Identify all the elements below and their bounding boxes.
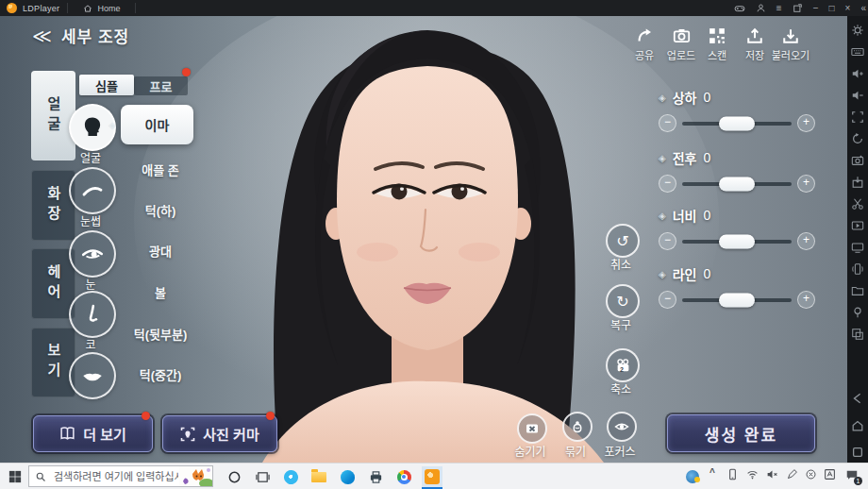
slider-thumb[interactable]	[719, 234, 755, 248]
plus-button[interactable]: +	[797, 114, 815, 132]
photo-custom-button[interactable]: 사진 커마	[162, 415, 277, 452]
focus-button[interactable]	[607, 412, 637, 442]
file-explorer-icon[interactable]	[309, 466, 329, 487]
minus-button[interactable]: −	[659, 232, 676, 250]
slider-track[interactable]	[682, 240, 792, 244]
keyboard-mapping-icon[interactable]	[851, 45, 864, 59]
tab-home-label: Home	[97, 4, 120, 13]
minimize-button[interactable]: −	[813, 0, 819, 16]
rotate-screen-icon[interactable]	[851, 132, 864, 145]
part-cheek[interactable]: 볼	[111, 283, 209, 301]
tab-simple[interactable]: 심플	[79, 75, 134, 95]
screenshot-icon[interactable]	[851, 154, 864, 167]
tray-volume-muted-icon[interactable]	[766, 468, 778, 481]
photo-custom-label: 사진 커마	[203, 424, 259, 444]
slider-track[interactable]	[682, 182, 792, 186]
gamepad-icon[interactable]	[734, 3, 745, 14]
game-viewport: ≪ 세부 조정 공유 업로드 스캔 저장 불러오기 얼굴 화장 헤어 보기	[0, 16, 847, 463]
tab-simple-label: 심플	[95, 76, 118, 94]
fullscreen-icon[interactable]	[851, 110, 864, 124]
tab-home[interactable]: Home	[75, 0, 127, 16]
tie-hair-button[interactable]	[562, 412, 593, 442]
menu-icon[interactable]: ≡	[776, 0, 782, 16]
volume-down-icon[interactable]	[851, 89, 864, 102]
undo-button[interactable]: ↺	[606, 224, 640, 258]
divider	[135, 3, 136, 13]
lips-icon	[80, 363, 105, 388]
plus-button[interactable]: +	[797, 232, 815, 250]
printer-icon[interactable]	[365, 466, 386, 487]
task-view-icon[interactable]	[252, 466, 273, 487]
slider-thumb[interactable]	[719, 177, 755, 191]
slider-track[interactable]	[682, 298, 792, 302]
part-cheekbone[interactable]: 광대	[111, 242, 209, 260]
part-forehead-button[interactable]: 이마	[121, 105, 193, 144]
redo-icon: ↻	[616, 293, 628, 311]
feature-eyebrow-button[interactable]	[69, 167, 116, 214]
tab-pro[interactable]: 프로	[134, 76, 188, 95]
shared-folder-icon[interactable]	[851, 284, 864, 297]
maximize-button[interactable]: □	[829, 0, 835, 16]
start-button[interactable]	[8, 470, 22, 483]
part-jaw-back[interactable]: 턱(뒷부분)	[111, 325, 209, 343]
part-applezone[interactable]: 애플 존	[111, 160, 209, 178]
diamond-icon: ◈	[659, 211, 666, 221]
minus-button[interactable]: −	[659, 291, 676, 309]
plus-button[interactable]: +	[797, 175, 815, 193]
video-icon[interactable]	[851, 241, 864, 254]
part-chin-lower[interactable]: 턱(하)	[111, 201, 209, 219]
slider-frontback-label: 전후	[673, 148, 697, 167]
complete-button[interactable]: 생성 완료	[667, 414, 815, 452]
close-button[interactable]: ×	[845, 0, 851, 16]
diamond-icon: ◈	[659, 269, 666, 279]
part-jaw-middle[interactable]: 턱(중간)	[111, 365, 209, 383]
screen-record-icon[interactable]	[851, 219, 864, 232]
install-apk-icon[interactable]	[851, 176, 864, 189]
android-home-icon[interactable]	[851, 419, 864, 432]
load-label: 불러오기	[760, 47, 821, 62]
tray-chevron-icon[interactable]: ^	[709, 467, 715, 478]
tray-eject-icon[interactable]	[805, 468, 817, 481]
chrome-icon[interactable]	[393, 466, 414, 487]
shake-icon[interactable]	[851, 262, 864, 276]
volume-up-icon[interactable]	[851, 67, 864, 80]
tray-network-icon[interactable]	[746, 468, 759, 481]
edge-icon[interactable]	[337, 466, 358, 487]
minus-button[interactable]: −	[659, 114, 676, 132]
feature-nose-button[interactable]	[69, 291, 116, 338]
restore-button[interactable]: ↻	[606, 284, 640, 318]
multi-instance-icon[interactable]	[851, 328, 864, 341]
minus-button[interactable]: −	[659, 175, 676, 193]
android-back-icon[interactable]	[851, 392, 864, 405]
eye-focus-icon	[614, 419, 629, 434]
collapse-sidebar-icon[interactable]: «	[860, 0, 866, 16]
more-button[interactable]: 더 보기	[33, 415, 153, 452]
slider-thumb[interactable]	[719, 116, 755, 130]
settings-icon[interactable]	[851, 24, 864, 37]
scissors-icon[interactable]	[851, 197, 864, 211]
slider-group-width: ◈너비0 − +	[659, 206, 815, 250]
android-recent-icon[interactable]	[851, 446, 864, 459]
shrink-button[interactable]: 2	[606, 348, 640, 382]
feature-eye-button[interactable]	[69, 230, 116, 278]
ldplayer-taskbar-icon[interactable]	[422, 466, 442, 487]
internet-explorer-icon[interactable]	[280, 466, 301, 487]
tray-ime-icon[interactable]	[824, 468, 836, 481]
tray-phone-icon[interactable]	[726, 468, 739, 481]
slider-track[interactable]	[682, 122, 792, 126]
tab-face-label: 얼굴	[43, 96, 63, 136]
plus-button[interactable]: +	[797, 291, 815, 309]
back-icon[interactable]: ≪	[32, 26, 52, 45]
cortana-icon[interactable]	[224, 466, 244, 487]
focus-label: 포커스	[596, 443, 643, 459]
popout-icon[interactable]	[793, 3, 803, 13]
tab-makeup[interactable]: 화장	[31, 170, 75, 241]
account-icon[interactable]	[756, 3, 766, 13]
load-button[interactable]: 불러오기	[760, 24, 821, 62]
slider-thumb[interactable]	[719, 293, 755, 307]
tab-face[interactable]: 얼굴	[31, 71, 75, 160]
hide-ui-button[interactable]	[517, 413, 547, 444]
tray-pen-icon[interactable]	[786, 468, 798, 481]
feature-mouth-button[interactable]	[69, 352, 116, 399]
virtual-location-icon[interactable]	[851, 306, 864, 319]
